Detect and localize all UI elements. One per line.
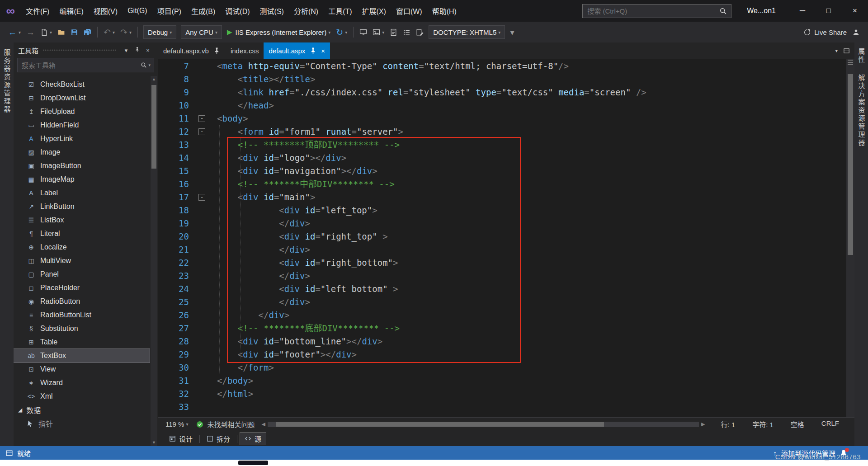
toolbox-item-pointer[interactable]: 指针 [14, 417, 150, 430]
code-text[interactable]: <div id="left_bottom" > [212, 282, 846, 296]
toolbox-item-image[interactable]: ▨Image [14, 146, 150, 159]
editor-vertical-scrollbar[interactable] [846, 59, 854, 417]
navigate-back-button[interactable]: ←▾ [5, 24, 24, 40]
code-text[interactable]: <!-- ********顶部DIV******** --> [212, 138, 846, 151]
fold-marker[interactable]: - [196, 112, 212, 125]
tab-default-aspx[interactable]: default.aspx× [264, 42, 330, 59]
toolbox-item-xml[interactable]: <>Xml [14, 390, 150, 403]
menu-item-3[interactable]: Git(G) [123, 0, 152, 22]
toolbox-group-data[interactable]: ◢数据 [14, 403, 150, 417]
toolbox-item-listbox[interactable]: ☰ListBox [14, 213, 150, 227]
splitter-grip[interactable] [848, 60, 853, 66]
image-tool-button[interactable]: ▾ [370, 24, 387, 40]
code-text[interactable]: <div id="bottom_line"></div> [212, 335, 846, 348]
menu-item-2[interactable]: 视图(V) [89, 0, 123, 22]
save-all-button[interactable] [81, 24, 94, 40]
side-tab-server-explorer[interactable]: 服务器资源管理器 [2, 45, 12, 118]
code-text[interactable]: </div> [212, 296, 846, 309]
toolbox-item-imagebutton[interactable]: ▣ImageButton [14, 159, 150, 173]
side-tab-solution-explorer[interactable]: 解决方案资源管理器 [857, 71, 866, 151]
save-button[interactable] [68, 24, 81, 40]
toolbox-item-localize[interactable]: ⊕Localize [14, 240, 150, 254]
toolbox-item-literal[interactable]: ¶Literal [14, 227, 150, 240]
menu-item-4[interactable]: 项目(P) [152, 0, 186, 22]
tab-default-aspx-vb[interactable]: default.aspx.vb [158, 42, 226, 59]
toolbox-item-hiddenfield[interactable]: ▭HiddenField [14, 118, 150, 132]
toolbox-item-substitution[interactable]: §Substitution [14, 322, 150, 335]
quick-search-box[interactable] [582, 4, 731, 18]
undo-button[interactable]: ↶▾ [101, 24, 118, 40]
toolbox-item-table[interactable]: ⊞Table [14, 335, 150, 349]
browser-link-button[interactable] [357, 24, 370, 40]
toolbox-item-fileupload[interactable]: ↥FileUpload [14, 105, 150, 118]
active-files-chevron-icon[interactable]: ▾ [835, 48, 838, 54]
scroll-down-icon[interactable]: ▼ [151, 439, 157, 446]
close-icon[interactable]: × [321, 47, 325, 55]
code-text[interactable]: </div> [212, 243, 846, 256]
toolbox-search-box[interactable]: ▾ [17, 58, 154, 72]
code-editor[interactable]: 7<meta http-equiv="Content-Type" content… [158, 59, 846, 417]
code-text[interactable]: </body> [212, 374, 846, 387]
fold-marker[interactable]: - [196, 191, 212, 204]
menu-item-8[interactable]: 分析(N) [289, 0, 323, 22]
maximize-button[interactable]: □ [816, 0, 842, 22]
toolbox-item-textbox[interactable]: abTextBox [14, 349, 150, 362]
scrollbar-thumb[interactable] [276, 422, 604, 427]
toolbox-scrollbar[interactable]: ▲ ▼ [151, 76, 157, 446]
quick-search-input[interactable] [583, 7, 719, 15]
document-outline-button[interactable] [387, 24, 400, 40]
editor-horizontal-scrollbar[interactable] [268, 422, 699, 427]
code-text[interactable]: <div id="logo"></div> [212, 151, 846, 165]
menu-item-7[interactable]: 测试(S) [255, 0, 289, 22]
code-text[interactable]: <!-- ********底部DIV******** --> [212, 322, 846, 335]
live-share-button[interactable]: Live Share [801, 24, 849, 40]
code-text[interactable]: <form id="form1" runat="server"> [212, 125, 846, 138]
scroll-up-icon[interactable]: ▲ [151, 76, 157, 83]
menu-item-5[interactable]: 生成(B) [186, 0, 220, 22]
solution-configuration-button[interactable]: Debug▾ [143, 25, 176, 39]
menu-item-10[interactable]: 扩展(X) [357, 0, 391, 22]
toolbox-item-label[interactable]: ALabel [14, 186, 150, 200]
toolbox-item-view[interactable]: ⊡View [14, 362, 150, 376]
fold-marker[interactable]: - [196, 125, 212, 138]
code-text[interactable]: </form> [212, 361, 846, 374]
drag-grip[interactable] [43, 49, 116, 52]
toolbox-item-imagemap[interactable]: ▦ImageMap [14, 173, 150, 186]
code-text[interactable]: <meta http-equiv="Content-Type" content=… [212, 60, 846, 73]
start-debugging-button[interactable]: ▶IIS Express (Internet Explorer)▾ [224, 24, 333, 40]
code-text[interactable]: <div id="main"> [212, 191, 846, 204]
chevron-down-icon[interactable]: ▾ [148, 63, 151, 67]
open-file-button[interactable] [55, 24, 68, 40]
toolbox-chevron-icon[interactable]: ▾ [121, 47, 132, 54]
code-text[interactable]: <div id="left_top"> [212, 204, 846, 217]
toolbox-item-placeholder[interactable]: ◻PlaceHolder [14, 281, 150, 295]
close-button[interactable]: × [842, 0, 868, 22]
menu-item-6[interactable]: 调试(D) [220, 0, 255, 22]
menu-item-1[interactable]: 编辑(E) [54, 0, 88, 22]
refresh-button[interactable]: ↻▾ [333, 24, 350, 40]
toolbox-item-multiview[interactable]: ◫MultiView [14, 254, 150, 268]
menu-item-9[interactable]: 工具(T) [323, 0, 357, 22]
code-text[interactable] [212, 400, 846, 414]
pin-icon[interactable] [213, 47, 221, 55]
scrollbar-thumb[interactable] [151, 85, 156, 169]
scroll-left-icon[interactable]: ◀ [259, 421, 267, 427]
document-health-indicator[interactable]: 未找到相关问题 [196, 419, 255, 429]
background-tasks-icon[interactable] [5, 449, 13, 457]
code-text[interactable]: <div id="navigation"></div> [212, 165, 846, 178]
toolbox-item-radiobutton[interactable]: ◉RadioButton [14, 295, 150, 308]
view-tab-design[interactable]: 设计 [165, 433, 197, 445]
minimize-button[interactable]: ─ [789, 0, 816, 22]
window-layout-icon[interactable] [843, 47, 850, 54]
toolbox-search-input[interactable] [18, 61, 141, 69]
code-text[interactable]: </head> [212, 99, 846, 112]
redo-button[interactable]: ↷▾ [118, 24, 134, 40]
view-tab-split[interactable]: 拆分 [202, 433, 235, 445]
scrollbar-thumb[interactable] [848, 74, 853, 255]
toolbox-item-linkbutton[interactable]: ↗LinkButton [14, 200, 150, 213]
toolbar-overflow-button[interactable]: ▾ [507, 24, 517, 40]
toolbox-item-hyperlink[interactable]: AHyperLink [14, 132, 150, 146]
pin-icon[interactable] [132, 47, 142, 54]
code-text[interactable]: </div> [212, 269, 846, 282]
toolbox-item-wizard[interactable]: ∗Wizard [14, 376, 150, 390]
